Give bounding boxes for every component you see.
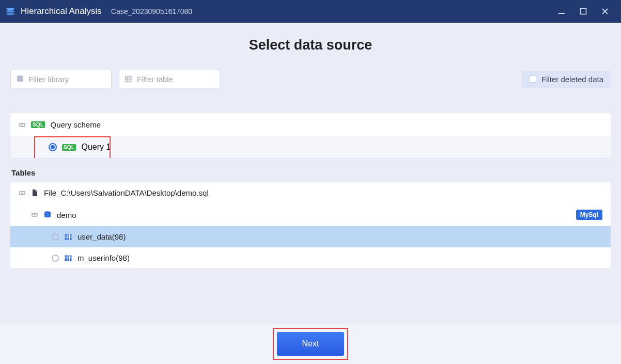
table-icon xyxy=(125,75,133,83)
svg-point-1 xyxy=(6,10,14,13)
svg-point-2 xyxy=(6,13,14,15)
query-item-row[interactable]: SQL Query 1 xyxy=(10,136,611,158)
filter-library-input[interactable] xyxy=(28,75,127,84)
query-item-label: Query 1 xyxy=(81,143,111,152)
table-row[interactable]: user_data(98) xyxy=(10,226,611,247)
file-row[interactable]: File_C:\Users\SalvationDATA\Desktop\demo… xyxy=(10,182,611,203)
db-type-badge: MySql xyxy=(576,210,602,220)
tables-section-label: Tables xyxy=(11,168,611,177)
maximize-button[interactable] xyxy=(572,0,594,23)
filter-deleted-checkbox[interactable]: Filter deleted data xyxy=(522,71,611,88)
svg-point-17 xyxy=(44,211,51,213)
table-row[interactable]: m_userinfo(98) xyxy=(10,247,611,268)
app-title: Hierarchical Analysis xyxy=(21,6,102,17)
tables-panel: File_C:\Users\SalvationDATA\Desktop\demo… xyxy=(10,182,611,268)
collapse-icon xyxy=(19,189,26,197)
main-area: Select data source Filter deleted data S… xyxy=(0,23,621,323)
filter-deleted-label: Filter deleted data xyxy=(541,75,603,84)
database-icon xyxy=(43,211,52,219)
table-icon xyxy=(64,254,72,262)
app-icon xyxy=(5,6,15,17)
filter-table-input[interactable] xyxy=(137,75,235,84)
filter-library-wrap xyxy=(10,70,112,88)
close-button[interactable] xyxy=(594,0,616,23)
query-scheme-label: Query scheme xyxy=(50,120,101,129)
file-icon xyxy=(31,189,39,197)
next-button[interactable]: Next xyxy=(277,332,344,356)
table-label: m_userinfo(98) xyxy=(77,254,130,262)
radio-icon[interactable] xyxy=(52,255,59,262)
radio-selected-icon xyxy=(49,143,57,151)
sql-badge-icon: SQL xyxy=(31,121,45,128)
database-row[interactable]: demo MySql xyxy=(10,203,611,226)
file-label: File_C:\Users\SalvationDATA\Desktop\demo… xyxy=(44,188,209,197)
collapse-icon xyxy=(19,121,26,129)
page-title: Select data source xyxy=(10,37,611,53)
checkbox-icon xyxy=(529,75,536,83)
svg-rect-18 xyxy=(65,234,72,240)
minimize-button[interactable] xyxy=(551,0,572,23)
query-scheme-panel: SQL Query scheme SQL Query 1 xyxy=(10,113,611,158)
case-name: Case_202309051617080 xyxy=(111,7,192,15)
filters-row: Filter deleted data xyxy=(10,70,611,88)
svg-rect-3 xyxy=(558,13,565,14)
query-scheme-header[interactable]: SQL Query scheme xyxy=(10,113,611,136)
database-label: demo xyxy=(57,211,76,219)
filter-table-wrap xyxy=(119,70,220,88)
svg-rect-6 xyxy=(126,76,132,82)
svg-point-0 xyxy=(6,8,14,10)
svg-point-5 xyxy=(17,75,23,77)
highlight-outline: Next xyxy=(273,328,348,360)
footer: Next xyxy=(0,323,621,364)
database-icon xyxy=(16,75,24,83)
sql-badge-icon: SQL xyxy=(62,144,76,151)
collapse-icon xyxy=(31,211,38,218)
svg-rect-4 xyxy=(581,9,586,14)
table-label: user_data(98) xyxy=(77,232,126,241)
titlebar: Hierarchical Analysis Case_2023090516170… xyxy=(0,0,621,23)
svg-rect-23 xyxy=(65,255,72,261)
table-icon xyxy=(64,233,72,241)
radio-icon[interactable] xyxy=(52,233,59,241)
